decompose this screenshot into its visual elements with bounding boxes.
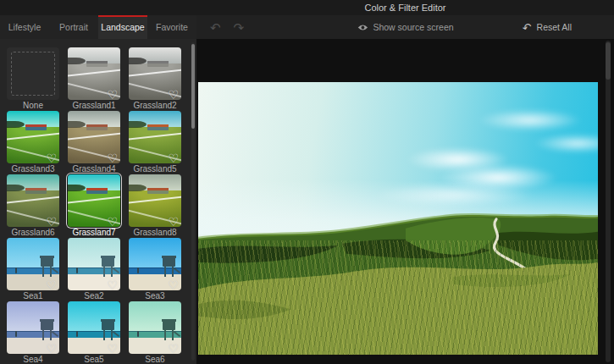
favorite-heart-icon[interactable]: ♡	[168, 152, 179, 163]
filter-name-label: Grassland8	[129, 227, 181, 238]
favorite-heart-icon[interactable]: ♡	[46, 152, 57, 163]
filter-tile-grassland7[interactable]: ♡	[68, 174, 120, 227]
filter-tile-grassland8[interactable]: ♡	[129, 174, 181, 227]
favorite-heart-icon[interactable]: ♡	[46, 342, 57, 354]
filter-tile-sea3[interactable]: ♡	[129, 238, 181, 290]
filter-cell-sea6: ♡ Sea6	[129, 301, 181, 364]
favorite-heart-icon[interactable]: ♡	[107, 215, 118, 227]
filter-name-label: Sea2	[68, 290, 120, 301]
tab-label: Landscape	[101, 22, 144, 32]
filter-tile-sea1[interactable]: ♡	[7, 238, 59, 290]
favorite-heart-icon[interactable]: ♡	[168, 279, 179, 290]
filter-cell-sea5: ♡ Sea5	[68, 301, 120, 364]
tab-bar: Lifestyle Portrait Landscape Favorite	[0, 15, 196, 39]
show-source-button[interactable]: Show source screen	[357, 22, 453, 32]
filter-tile-sea2[interactable]: ♡	[68, 238, 120, 290]
filter-cell-grassland1: ♡ Grassland1	[68, 47, 120, 111]
undo-icon[interactable]: ↶	[210, 21, 221, 34]
filter-tile-grassland6[interactable]: ♡	[7, 174, 59, 227]
filter-name-label: Sea3	[129, 290, 181, 301]
show-source-label: Show source screen	[373, 22, 453, 32]
filter-cell-grassland3: ♡ Grassland3	[7, 111, 59, 174]
reset-icon: ↶	[521, 20, 533, 33]
filter-cell-grassland7: ♡ Grassland7	[68, 174, 120, 238]
filter-tile-grassland5[interactable]: ♡	[129, 111, 181, 163]
filter-tile-grassland3[interactable]: ♡	[7, 111, 59, 163]
filter-tile-sea5[interactable]: ♡	[68, 301, 120, 354]
favorite-heart-icon[interactable]: ♡	[107, 88, 118, 100]
filter-cell-grassland8: ♡ Grassland8	[129, 174, 181, 238]
filter-name-label: Grassland7	[68, 227, 120, 238]
preview-scrollbar[interactable]	[606, 41, 611, 362]
reset-all-label: Reset All	[537, 22, 572, 32]
tab-lifestyle[interactable]: Lifestyle	[0, 15, 49, 39]
filter-tile-grassland4[interactable]: ♡	[68, 111, 120, 163]
filter-name-label: Grassland5	[129, 163, 181, 174]
eye-icon	[357, 24, 368, 31]
filter-cell-none: None	[7, 47, 59, 111]
filter-tile-sea6[interactable]: ♡	[129, 301, 181, 354]
filter-cell-grassland6: ♡ Grassland6	[7, 174, 59, 238]
favorite-heart-icon[interactable]: ♡	[46, 279, 57, 290]
favorite-heart-icon[interactable]: ♡	[168, 342, 179, 354]
preview-toolbar: ↶ ↷ Show source screen ↶ Reset All	[196, 15, 614, 39]
filter-tile-none[interactable]	[7, 47, 59, 100]
preview-area	[196, 39, 614, 364]
cloud	[534, 134, 598, 153]
filter-tile-grassland1[interactable]: ♡	[68, 47, 120, 100]
favorite-heart-icon[interactable]: ♡	[107, 152, 118, 163]
redo-icon[interactable]: ↷	[234, 21, 245, 34]
filter-name-label: Grassland2	[129, 100, 181, 111]
tab-portrait[interactable]: Portrait	[49, 15, 98, 39]
filter-name-label: Grassland4	[68, 163, 120, 174]
preview-scrollbar-thumb[interactable]	[606, 42, 611, 80]
history-controls: ↶ ↷	[210, 21, 244, 34]
title-bar: Color & Filter Editor	[0, 0, 614, 15]
filter-cell-grassland5: ♡ Grassland5	[129, 111, 181, 174]
filter-cell-sea2: ♡ Sea2	[68, 238, 120, 301]
filters-grid: None ♡	[0, 39, 196, 364]
filter-tile-grassland2[interactable]: ♡	[129, 47, 181, 100]
filter-cell-sea3: ♡ Sea3	[129, 238, 181, 301]
filter-name-label: Sea4	[7, 354, 59, 364]
filters-scrollbar[interactable]	[191, 42, 195, 361]
filter-name-label: Grassland1	[68, 100, 120, 111]
filter-name-label: Sea1	[7, 290, 59, 301]
reset-all-button[interactable]: ↶ Reset All	[523, 22, 572, 33]
filters-scrollbar-thumb[interactable]	[191, 44, 195, 129]
filter-name-label: None	[7, 100, 59, 111]
tab-label: Portrait	[59, 22, 88, 32]
favorite-heart-icon[interactable]: ♡	[46, 215, 57, 227]
filter-cell-grassland2: ♡ Grassland2	[129, 47, 181, 111]
color-filter-editor-window: Color & Filter Editor Lifestyle Portrait…	[0, 0, 614, 364]
cloud	[478, 109, 582, 131]
filter-cell-sea1: ♡ Sea1	[7, 238, 59, 301]
filter-name-label: Grassland6	[7, 227, 59, 238]
favorite-heart-icon[interactable]: ♡	[107, 279, 118, 290]
main-row: None ♡	[0, 39, 614, 364]
tab-landscape[interactable]: Landscape	[98, 15, 147, 39]
tab-label: Lifestyle	[8, 22, 41, 32]
window-title: Color & Filter Editor	[365, 3, 446, 13]
dunes-illustration	[198, 205, 598, 355]
filter-name-label: Grassland3	[7, 163, 59, 174]
preview-photo	[198, 82, 598, 355]
favorite-heart-icon[interactable]: ♡	[168, 215, 179, 227]
filter-tile-sea4[interactable]: ♡	[7, 301, 59, 354]
filter-name-label: Sea6	[129, 354, 181, 364]
tab-label: Favorite	[156, 22, 188, 32]
filters-panel: None ♡	[0, 39, 196, 364]
filter-cell-grassland4: ♡ Grassland4	[68, 111, 120, 174]
header-row: Lifestyle Portrait Landscape Favorite ↶ …	[0, 15, 614, 39]
tab-favorite[interactable]: Favorite	[147, 15, 196, 39]
cloud	[374, 183, 534, 207]
favorite-heart-icon[interactable]: ♡	[168, 88, 179, 100]
filter-cell-sea4: ♡ Sea4	[7, 301, 59, 364]
filter-name-label: Sea5	[68, 354, 120, 364]
favorite-heart-icon[interactable]: ♡	[107, 342, 118, 354]
